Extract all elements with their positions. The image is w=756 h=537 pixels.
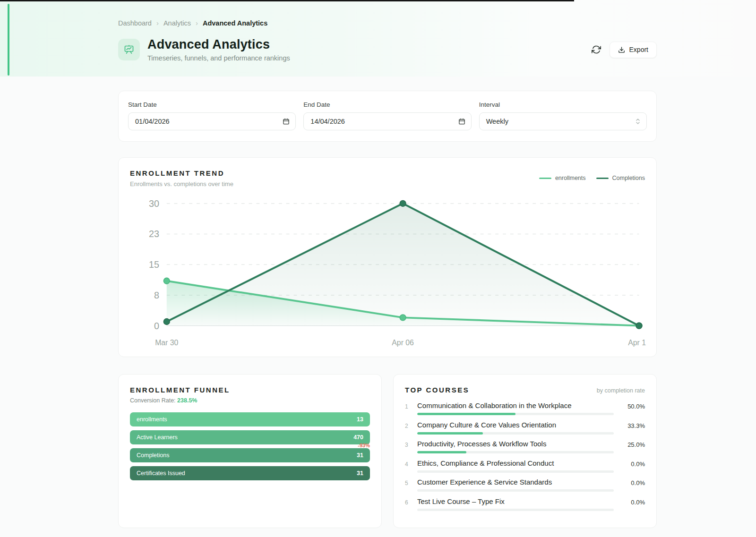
download-icon: [618, 46, 625, 53]
left-accent-bar: [8, 4, 9, 76]
page-subtitle: Timeseries, funnels, and performance ran…: [147, 54, 290, 62]
course-rate: 25.0%: [614, 440, 645, 448]
svg-text:0: 0: [154, 321, 159, 331]
svg-text:Mar 30: Mar 30: [155, 339, 178, 347]
breadcrumb-dashboard[interactable]: Dashboard: [118, 19, 152, 27]
refresh-icon: [592, 45, 601, 54]
svg-text:30: 30: [149, 198, 159, 209]
presentation-chart-icon: [123, 44, 135, 55]
course-list: 1 Communication & Collaboration in the W…: [405, 401, 645, 511]
funnel-stages: enrollments 13 Active Learners 470 -93% …: [130, 412, 370, 480]
chart-legend: enrollments Completions: [539, 175, 645, 181]
course-progress-fill: [417, 413, 515, 415]
funnel-bar-completions: Completions 31: [130, 448, 370, 462]
course-rank: 4: [405, 459, 417, 468]
funnel-stage-label: Certificates Issued: [137, 470, 185, 477]
course-name: Productivity, Processes & Workflow Tools: [417, 440, 614, 448]
course-progress-track: [417, 432, 614, 435]
start-date-input[interactable]: [128, 112, 296, 130]
legend-item-enrollments: enrollments: [539, 175, 586, 181]
export-button-label: Export: [629, 46, 648, 53]
course-progress-fill: [417, 451, 466, 453]
calendar-icon[interactable]: [458, 118, 465, 125]
legend-label-enrollments: enrollments: [555, 175, 586, 181]
breadcrumb-separator-icon: ›: [196, 19, 198, 27]
completions-line-swatch: [596, 178, 609, 179]
course-name: Test Live Course – Type Fix: [417, 497, 614, 505]
funnel-stage-label: enrollments: [137, 416, 167, 423]
breadcrumb-separator-icon: ›: [156, 19, 159, 27]
trend-subtitle: Enrollments vs. completions over time: [130, 180, 233, 188]
start-date-label: Start Date: [128, 101, 296, 108]
legend-label-completions: Completions: [612, 175, 645, 181]
course-name: Ethics, Compliance & Professional Conduc…: [417, 459, 614, 467]
course-row: 6 Test Live Course – Type Fix 0.0%: [405, 497, 645, 511]
chevron-updown-icon: [635, 118, 641, 125]
course-rank: 6: [405, 497, 417, 506]
top-border-line: [0, 0, 574, 1]
interval-select[interactable]: Weekly: [479, 112, 647, 130]
calendar-icon[interactable]: [283, 118, 290, 125]
svg-text:15: 15: [149, 259, 159, 270]
enrollment-trend-card: ENROLLMENT TREND Enrollments vs. complet…: [118, 157, 657, 357]
end-date-input[interactable]: [303, 112, 471, 130]
course-row: 5 Customer Experience & Service Standard…: [405, 478, 645, 492]
svg-text:8: 8: [154, 290, 159, 300]
funnel-bar-active-learners: Active Learners 470: [130, 430, 370, 444]
course-name: Communication & Collaboration in the Wor…: [417, 401, 614, 409]
refresh-button[interactable]: [592, 45, 601, 54]
course-progress-track: [417, 509, 614, 511]
funnel-title: ENROLLMENT FUNNEL: [130, 386, 370, 394]
top-courses-subtitle: by completion rate: [597, 387, 645, 394]
course-row: 1 Communication & Collaboration in the W…: [405, 401, 645, 415]
funnel-delta-value: -93%: [358, 443, 370, 448]
trend-title: ENROLLMENT TREND: [130, 169, 233, 177]
page-title-icon-box: [118, 39, 140, 60]
breadcrumb: Dashboard › Analytics › Advanced Analyti…: [118, 19, 657, 27]
funnel-stage-label: Completions: [137, 452, 169, 459]
end-date-label: End Date: [303, 101, 471, 108]
course-row: 4 Ethics, Compliance & Professional Cond…: [405, 459, 645, 473]
funnel-stage-label: Active Learners: [137, 434, 178, 441]
funnel-stage-value: 31: [357, 452, 363, 459]
course-progress-track: [417, 413, 614, 415]
course-rank: 2: [405, 421, 417, 429]
enrollments-line-swatch: [539, 178, 551, 179]
course-progress-track: [417, 489, 614, 492]
course-rate: 0.0%: [614, 478, 645, 486]
course-row: 3 Productivity, Processes & Workflow Too…: [405, 440, 645, 453]
course-rate: 0.0%: [614, 459, 645, 468]
svg-text:23: 23: [149, 229, 159, 239]
conversion-rate-label: Conversion Rate:: [130, 397, 176, 404]
top-courses-title: TOP COURSES: [405, 386, 469, 394]
conversion-rate-value: 238.5%: [177, 397, 197, 404]
enrollment-funnel-card: ENROLLMENT FUNNEL Conversion Rate: 238.5…: [118, 374, 382, 528]
legend-item-completions: Completions: [596, 175, 645, 181]
interval-selected-value: Weekly: [486, 118, 508, 125]
svg-text:Apr 13: Apr 13: [628, 339, 646, 347]
page-title: Advanced Analytics: [147, 37, 290, 52]
page-header: Dashboard › Analytics › Advanced Analyti…: [0, 0, 756, 77]
top-courses-card: TOP COURSES by completion rate 1 Communi…: [393, 374, 657, 528]
course-progress-fill: [417, 432, 483, 435]
funnel-bar-enrollments: enrollments 13: [130, 412, 370, 426]
course-name: Customer Experience & Service Standards: [417, 478, 614, 486]
course-progress-track: [417, 470, 614, 473]
course-name: Company Culture & Core Values Orientatio…: [417, 421, 614, 429]
course-rate: 50.0%: [614, 401, 645, 410]
funnel-stage-value: 13: [357, 416, 363, 423]
course-rate: 0.0%: [614, 497, 645, 506]
enrollment-trend-chart[interactable]: 08152330Mar 30Apr 06Apr 13: [130, 196, 646, 350]
funnel-bar-certificates: Certificates Issued 31: [130, 466, 370, 480]
funnel-stage-value: 470: [353, 434, 363, 441]
export-button[interactable]: Export: [610, 42, 657, 58]
course-rank: 5: [405, 478, 417, 486]
course-rank: 1: [405, 401, 417, 410]
course-rate: 33.3%: [614, 421, 645, 429]
svg-text:Apr 06: Apr 06: [392, 339, 414, 347]
funnel-stage-value: 31: [357, 470, 363, 477]
interval-label: Interval: [479, 101, 647, 108]
conversion-rate: Conversion Rate: 238.5%: [130, 397, 370, 404]
course-progress-track: [417, 451, 614, 453]
breadcrumb-analytics[interactable]: Analytics: [163, 19, 191, 27]
